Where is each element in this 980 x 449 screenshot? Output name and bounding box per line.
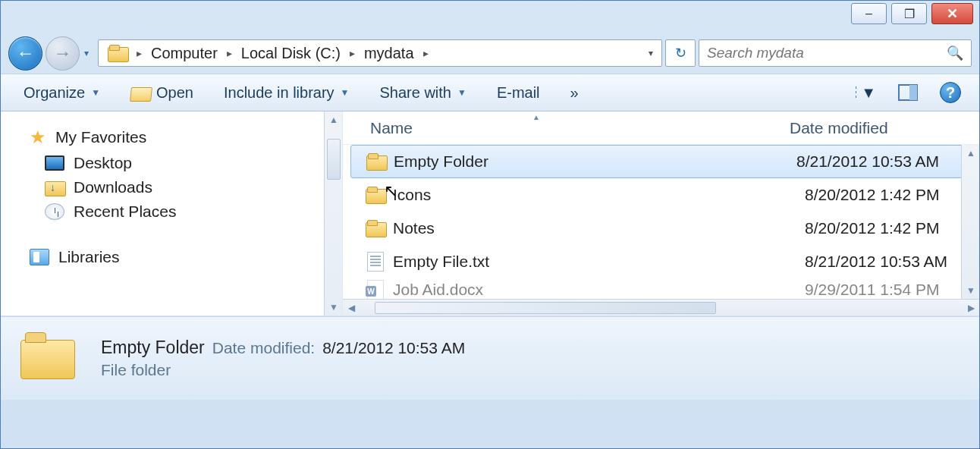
- scroll-down-icon[interactable]: ▼: [962, 282, 980, 299]
- address-dropdown[interactable]: ▾: [643, 48, 658, 58]
- minimize-button[interactable]: –: [851, 3, 887, 24]
- favorites-group[interactable]: ★My Favorites: [30, 124, 342, 151]
- favorites-label: My Favorites: [55, 128, 146, 146]
- folder-icon: [366, 153, 386, 170]
- scroll-up-icon[interactable]: ▲: [962, 145, 980, 162]
- horizontal-scrollbar[interactable]: ◀ ▶: [343, 299, 979, 316]
- scroll-left-icon[interactable]: ◀: [343, 300, 360, 316]
- chevron-down-icon: ▼: [861, 84, 876, 102]
- share-with-menu[interactable]: Share with▼: [375, 81, 471, 105]
- file-row[interactable]: Job Aid.docx 9/29/2011 1:54 PM: [343, 278, 979, 299]
- nav-desktop[interactable]: Desktop: [45, 151, 342, 175]
- close-icon: ✕: [947, 5, 958, 22]
- nav-history-dropdown[interactable]: ▾: [84, 48, 95, 58]
- forward-button[interactable]: →: [46, 36, 80, 71]
- maximize-button[interactable]: ❐: [891, 3, 927, 24]
- column-date-modified[interactable]: Date modified: [790, 119, 979, 137]
- share-label: Share with: [380, 84, 452, 102]
- scrollbar-thumb[interactable]: [327, 139, 341, 180]
- help-icon: ?: [946, 84, 955, 102]
- titlebar: – ❐ ✕: [1, 1, 979, 33]
- details-type: File folder: [101, 361, 465, 379]
- preview-pane-button[interactable]: [897, 82, 919, 103]
- chevron-right-icon[interactable]: ▸: [348, 47, 357, 59]
- search-box[interactable]: 🔍: [699, 39, 972, 67]
- column-name[interactable]: Name: [370, 119, 790, 137]
- preview-pane-icon: [898, 84, 918, 101]
- scroll-down-icon[interactable]: ▼: [325, 299, 343, 316]
- toolbar-overflow[interactable]: »: [566, 81, 583, 105]
- folder-icon: [108, 45, 127, 61]
- refresh-button[interactable]: ↻: [665, 39, 696, 67]
- scrollbar-thumb[interactable]: [375, 302, 716, 314]
- breadcrumb-drive[interactable]: Local Disk (C:): [235, 43, 347, 64]
- libraries-label: Libraries: [58, 248, 120, 266]
- breadcrumb-folder[interactable]: mydata: [358, 43, 420, 64]
- view-details-icon: [855, 85, 856, 100]
- file-name: Job Aid.docx: [393, 281, 805, 299]
- folder-icon: [366, 187, 385, 203]
- search-icon[interactable]: 🔍: [947, 45, 963, 61]
- downloads-label: Downloads: [74, 178, 152, 196]
- help-button[interactable]: ?: [940, 82, 961, 103]
- libraries-group[interactable]: Libraries: [30, 245, 342, 269]
- file-date: 9/29/2011 1:54 PM: [805, 281, 979, 299]
- address-bar[interactable]: ▸ Computer ▸ Local Disk (C:) ▸ mydata ▸ …: [98, 39, 662, 67]
- more-icon: »: [570, 84, 579, 102]
- search-input[interactable]: [707, 45, 947, 61]
- file-date: 8/20/2012 1:42 PM: [805, 219, 979, 237]
- recent-places-icon: [45, 203, 64, 220]
- sort-indicator-icon: ▲: [532, 113, 540, 121]
- refresh-icon: ↻: [675, 45, 686, 61]
- scroll-right-icon[interactable]: ▶: [963, 300, 979, 316]
- change-view-button[interactable]: ▼: [855, 82, 876, 103]
- file-name: Notes: [393, 219, 805, 237]
- toolbar: Organize▼ Open Include in library▼ Share…: [1, 74, 979, 111]
- folder-open-icon: [130, 84, 150, 101]
- email-button[interactable]: E-mail: [492, 81, 545, 105]
- file-rows: Empty Folder 8/21/2012 10:53 AM Icons 8/…: [343, 145, 979, 299]
- arrow-left-icon: ←: [17, 42, 35, 64]
- details-title: Empty Folder: [101, 338, 205, 358]
- chevron-right-icon[interactable]: ▸: [135, 47, 143, 59]
- open-button[interactable]: Open: [126, 81, 198, 105]
- file-row[interactable]: Empty Folder 8/21/2012 10:53 AM: [350, 145, 972, 178]
- file-name: Icons: [393, 186, 805, 204]
- file-row[interactable]: Empty File.txt 8/21/2012 10:53 AM: [343, 245, 979, 278]
- explorer-window: – ❐ ✕ ← → ▾ ▸ Computer ▸ Local Disk (C:)…: [0, 0, 980, 449]
- file-row[interactable]: Notes 8/20/2012 1:42 PM: [343, 212, 979, 245]
- organize-menu[interactable]: Organize▼: [19, 81, 105, 105]
- file-date: 8/20/2012 1:42 PM: [805, 186, 979, 204]
- file-list-pane: ▲ Name Date modified Empty Folder 8/21/2…: [343, 111, 979, 316]
- file-date: 8/21/2012 10:53 AM: [805, 253, 979, 271]
- file-date: 8/21/2012 10:53 AM: [796, 152, 971, 171]
- vertical-scrollbar[interactable]: ▲ ▼: [961, 145, 979, 299]
- minimize-icon: –: [865, 7, 872, 20]
- desktop-icon: [45, 155, 64, 171]
- chevron-right-icon[interactable]: ▸: [422, 47, 430, 59]
- nav-recent-places[interactable]: Recent Places: [45, 199, 342, 224]
- maximize-icon: ❐: [904, 7, 915, 21]
- chevron-down-icon: ▼: [91, 87, 100, 98]
- breadcrumb-root[interactable]: [102, 43, 133, 63]
- libraries-icon: [30, 249, 49, 265]
- chevron-right-icon[interactable]: ▸: [225, 47, 234, 59]
- nav-downloads[interactable]: Downloads: [45, 175, 342, 199]
- chevron-down-icon: ▼: [341, 87, 350, 98]
- file-name: Empty Folder: [394, 152, 796, 171]
- details-date-label: Date modified:: [212, 339, 315, 357]
- downloads-icon: [45, 179, 64, 196]
- file-row[interactable]: Icons 8/20/2012 1:42 PM: [343, 178, 979, 212]
- breadcrumb-computer[interactable]: Computer: [145, 43, 224, 64]
- text-file-icon: [367, 252, 384, 272]
- back-button[interactable]: ←: [8, 36, 42, 71]
- scroll-up-icon[interactable]: ▲: [325, 111, 343, 128]
- chevron-down-icon: ▼: [457, 87, 466, 98]
- arrow-right-icon: →: [54, 42, 72, 64]
- include-in-library-menu[interactable]: Include in library▼: [219, 81, 354, 105]
- navpane-scrollbar[interactable]: ▲ ▼: [324, 111, 342, 316]
- close-button[interactable]: ✕: [931, 3, 973, 24]
- details-pane: Empty Folder Date modified: 8/21/2012 10…: [1, 316, 979, 400]
- recent-label: Recent Places: [74, 203, 176, 221]
- svg-rect-4: [856, 96, 856, 98]
